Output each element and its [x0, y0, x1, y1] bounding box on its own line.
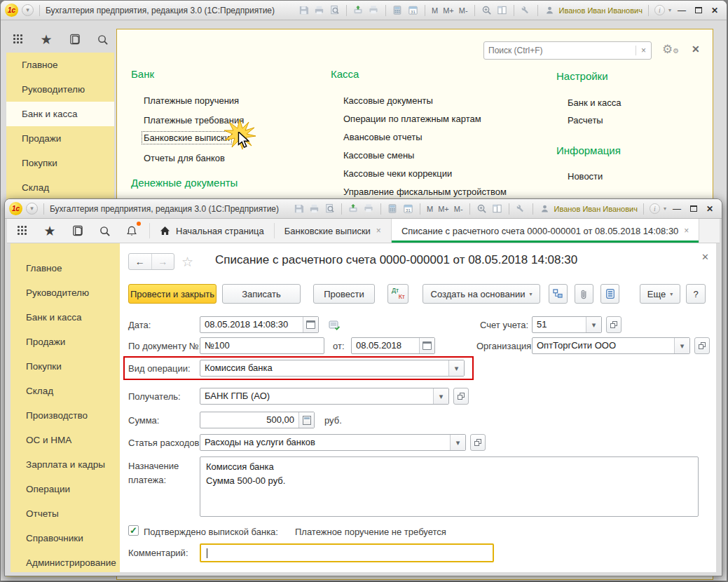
organization-combo[interactable]: ОптТоргСити ООО ▾	[532, 337, 690, 354]
dropdown-icon[interactable]: ▾	[433, 388, 448, 404]
dt-kt-button[interactable]: ДтКт	[387, 284, 408, 304]
minimize-button[interactable]: —	[670, 204, 684, 214]
date-field[interactable]: 08.05.2018 14:08:30	[200, 316, 319, 333]
tab-document[interactable]: Списание с расчетного счета 0000-000001 …	[391, 219, 699, 243]
doc-number-field[interactable]: №100	[200, 337, 324, 354]
document-close-icon[interactable]: ✕	[701, 252, 709, 262]
sidebar-item[interactable]: Администрирование	[11, 550, 120, 575]
print-icon[interactable]	[308, 203, 320, 215]
menu-close-icon[interactable]: ✕	[692, 43, 700, 55]
search-icon[interactable]	[97, 223, 112, 238]
menu-link[interactable]: Кассовые смены	[343, 150, 414, 161]
sidebar-item[interactable]: Операции	[11, 477, 120, 501]
payee-open-button[interactable]	[453, 388, 469, 405]
tab-close-icon[interactable]: ×	[376, 226, 381, 236]
sidebar-item[interactable]: Склад	[6, 175, 114, 200]
split-window-icon[interactable]	[496, 4, 508, 16]
print-preview-icon[interactable]	[324, 203, 336, 215]
sidebar-item[interactable]: Главное	[6, 53, 114, 77]
export-file-icon[interactable]	[348, 203, 359, 215]
print-icon[interactable]	[313, 4, 325, 16]
save-button[interactable]: Записать	[222, 284, 301, 304]
system-menu-button[interactable]: ▾	[26, 203, 38, 215]
sidebar-item[interactable]: Покупки	[11, 354, 120, 379]
dropdown-icon[interactable]: ▾	[586, 317, 601, 332]
account-open-button[interactable]	[606, 316, 621, 333]
minimize-button[interactable]: —	[675, 6, 689, 15]
tab-bank-statements[interactable]: Банковские выписки ×	[275, 219, 391, 243]
calendar-icon[interactable]: 31	[407, 4, 419, 16]
calculator-icon[interactable]	[392, 4, 404, 16]
memory-minus-button[interactable]: M-	[458, 6, 469, 15]
menu-link[interactable]: Расчеты	[568, 115, 603, 126]
back-button[interactable]: ←	[129, 254, 151, 269]
expense-open-button[interactable]	[470, 434, 486, 451]
sidebar-item[interactable]: Производство	[11, 403, 120, 428]
split-window-icon[interactable]	[491, 203, 503, 215]
tab-home[interactable]: Начальная страница	[150, 219, 274, 243]
save-icon[interactable]	[293, 203, 305, 215]
payment-purpose-textarea[interactable]: Комиссия банка Сумма 500-00 руб.	[200, 456, 699, 517]
help-button[interactable]: ?	[686, 284, 706, 304]
calculator-picker-icon[interactable]	[298, 412, 314, 428]
menu-link-bank-statements[interactable]: Банковские выписки	[142, 131, 232, 144]
memory-button[interactable]: M	[431, 6, 439, 15]
sidebar-item[interactable]: Банк и касса	[11, 305, 120, 330]
main-menu-icon[interactable]	[11, 32, 26, 47]
sidebar-item[interactable]: Покупки	[6, 151, 114, 175]
export-file-icon[interactable]	[352, 4, 364, 16]
sidebar-item[interactable]: Руководителю	[6, 77, 114, 102]
memory-button[interactable]: M	[426, 205, 434, 213]
forward-button[interactable]: →	[151, 254, 174, 269]
current-user[interactable]: Иванов Иван Иванович	[554, 205, 638, 213]
sidebar-item[interactable]: ОС и НМА	[11, 428, 120, 452]
set-time-icon[interactable]	[329, 319, 341, 331]
titlebar[interactable]: 1с ▾ Бухгалтерия предприятия, редакция 3…	[1, 1, 727, 20]
account-combo[interactable]: 51 ▾	[532, 316, 602, 333]
print-settings-icon[interactable]	[363, 203, 375, 215]
favorite-star-icon[interactable]: ☆	[181, 254, 193, 270]
menu-link[interactable]: Кассовые чеки коррекции	[343, 168, 452, 179]
calendar-picker-icon[interactable]	[303, 317, 318, 332]
memory-plus-button[interactable]: M+	[437, 205, 450, 213]
menu-link[interactable]: Новости	[568, 171, 603, 182]
current-user[interactable]: Иванов Иван Иванович	[559, 6, 643, 15]
create-based-on-button[interactable]: Создать на основании▾	[423, 284, 540, 304]
dropdown-icon[interactable]: ▾	[450, 435, 465, 450]
close-button[interactable]: ✕	[703, 204, 716, 214]
main-menu-icon[interactable]	[15, 223, 30, 238]
close-button[interactable]: ✕	[708, 6, 721, 15]
menu-link[interactable]: Отчеты для банков	[144, 153, 225, 163]
attachments-button[interactable]	[575, 284, 593, 304]
sidebar-item[interactable]: Отчеты	[11, 501, 120, 526]
sidebar-item[interactable]: Справочники	[11, 526, 120, 550]
sidebar-item[interactable]: Продажи	[6, 126, 114, 151]
amount-field[interactable]: 500,00	[200, 412, 315, 428]
service-settings-icon[interactable]	[515, 203, 527, 215]
organization-open-button[interactable]	[694, 337, 710, 354]
maximize-button[interactable]	[690, 205, 697, 212]
menu-link[interactable]: Управление фискальным устройством	[343, 187, 507, 197]
menu-link[interactable]: Платежные требования	[144, 115, 244, 126]
payee-combo[interactable]: БАНК ГПБ (АО) ▾	[200, 388, 449, 405]
calendar-icon[interactable]: 31	[402, 203, 414, 215]
info-icon[interactable]: i	[654, 5, 665, 15]
sidebar-item[interactable]: Зарплата и кадры	[11, 452, 120, 477]
service-settings-icon[interactable]	[520, 4, 532, 16]
menu-link[interactable]: Авансовые отчеты	[343, 132, 423, 142]
sidebar-item[interactable]: Главное	[11, 256, 120, 280]
menu-settings-gear-icon[interactable]: ⚙⚙	[662, 42, 679, 57]
more-button[interactable]: Еще▾	[640, 284, 680, 304]
report-list-button[interactable]	[600, 284, 619, 304]
comment-field[interactable]	[200, 543, 494, 562]
search-icon[interactable]	[95, 32, 110, 47]
doc-date-field[interactable]: 08.05.2018	[351, 337, 435, 354]
menu-search[interactable]: ×	[483, 41, 652, 60]
structure-button[interactable]	[549, 284, 568, 304]
sidebar-item[interactable]: Склад	[11, 379, 120, 403]
search-clear-icon[interactable]: ×	[636, 46, 651, 55]
tab-close-icon[interactable]: ×	[684, 226, 689, 236]
post-and-close-button[interactable]: Провести и закрыть	[128, 284, 217, 304]
titlebar[interactable]: 1с ▾ Бухгалтерия предприятия, редакция 3…	[5, 199, 722, 219]
menu-search-input[interactable]	[484, 46, 636, 55]
